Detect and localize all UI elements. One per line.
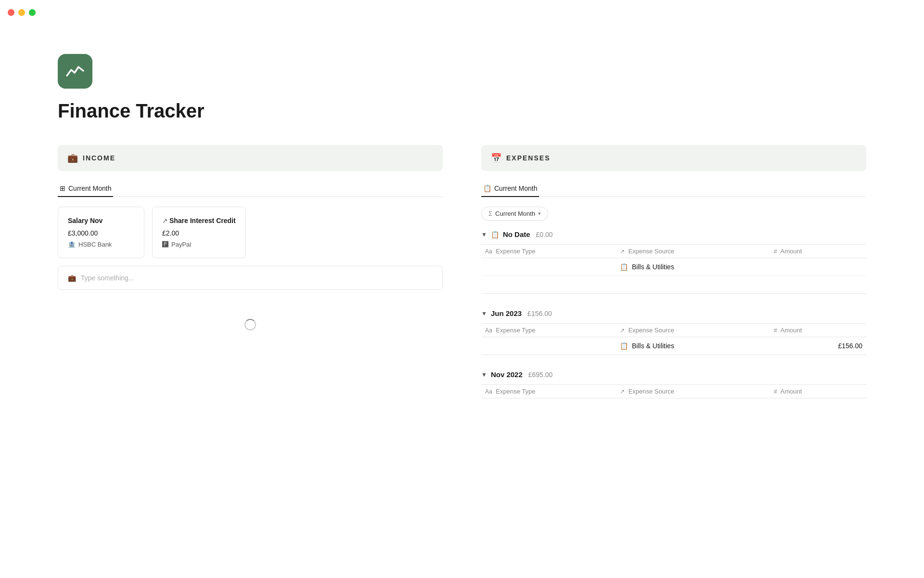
nov2022-source-header: ↗ Expense Source (616, 385, 770, 398)
expenses-section-header: 📅 EXPENSES (481, 145, 866, 171)
page-title: Finance Tracker (58, 100, 866, 122)
two-columns: 💼 INCOME ⊞ Current Month Salary Nov £3,0… (58, 145, 866, 414)
no-date-row1-source: 📋 Bills & Utilities (616, 258, 770, 276)
income-column: 💼 INCOME ⊞ Current Month Salary Nov £3,0… (58, 145, 443, 414)
share-interest-card-source: 🅿 PayPal (162, 241, 236, 248)
type-text-icon-3: Aa (485, 388, 492, 395)
jun2023-table-header-row: Aa Expense Type ↗ Expense Source # Amoun… (481, 324, 866, 337)
no-date-chevron-icon[interactable]: ▼ (481, 231, 487, 238)
nov2022-type-header: Aa Expense Type (481, 385, 616, 398)
close-button[interactable] (8, 9, 14, 16)
table-row: 📋 Bills & Utilities (481, 258, 866, 276)
finance-chart-icon (65, 61, 85, 81)
amount-hash-icon-2: # (774, 327, 777, 334)
no-date-amount-header: # Amount (770, 245, 866, 258)
bank-icon: 🏦 (68, 241, 76, 248)
expenses-tab-current-month[interactable]: 📋 Current Month (481, 181, 539, 197)
jun2023-row1-type (481, 337, 616, 355)
amount-hash-icon-3: # (774, 388, 777, 395)
new-entry-placeholder: Type something... (81, 274, 134, 282)
no-date-amount: £0.00 (536, 231, 553, 238)
main-content: Finance Tracker 💼 INCOME ⊞ Current Month… (0, 25, 924, 443)
nov2022-title: Nov 2022 (491, 370, 523, 379)
nov2022-table-header-row: Aa Expense Type ↗ Expense Source # Amoun… (481, 385, 866, 398)
new-entry-icon: 💼 (68, 274, 76, 282)
income-tab-bar: ⊞ Current Month (58, 181, 443, 197)
maximize-button[interactable] (29, 9, 36, 16)
expense-group-nov2022: ▼ Nov 2022 £695.00 Aa Expense Type ↗ (481, 370, 866, 398)
expenses-tab-icon: 📋 (483, 184, 491, 192)
expenses-filter-pill[interactable]: Σ Current Month ▾ (481, 207, 548, 221)
salary-card-amount: £3,000.00 (68, 229, 134, 237)
new-entry-input[interactable]: 💼 Type something... (58, 266, 443, 290)
nov2022-expense-table: Aa Expense Type ↗ Expense Source # Amoun… (481, 384, 866, 398)
bills-utilities-icon: 📋 (620, 263, 628, 271)
expenses-column: 📅 EXPENSES 📋 Current Month Σ Current Mon… (481, 145, 866, 414)
minimize-button[interactable] (18, 9, 25, 16)
no-date-row1-amount (770, 258, 866, 276)
jun2023-chevron-icon[interactable]: ▼ (481, 310, 487, 317)
income-card-share-interest: ↗ Share Interest Credit £2.00 🅿 PayPal (152, 207, 246, 258)
no-date-calendar-icon: 📋 (491, 231, 499, 238)
expenses-header-icon: 📅 (491, 153, 501, 163)
expense-group-jun2023: ▼ Jun 2023 £156.00 Aa Expense Type ↗ (481, 309, 866, 355)
source-arrow-icon-3: ↗ (620, 388, 625, 395)
income-section-header: 💼 INCOME (58, 145, 443, 171)
expenses-header-title: EXPENSES (506, 154, 550, 162)
income-card-salary: Salary Nov £3,000.00 🏦 HSBC Bank (58, 207, 144, 258)
external-link-icon: ↗ (162, 217, 167, 224)
source-arrow-icon-2: ↗ (620, 327, 625, 334)
bills-utilities-icon-2: 📋 (620, 342, 628, 350)
jun2023-type-header: Aa Expense Type (481, 324, 616, 337)
jun2023-row1-source: 📋 Bills & Utilities (616, 337, 770, 355)
no-date-source-header: ↗ Expense Source (616, 245, 770, 258)
amount-hash-icon: # (774, 248, 777, 255)
table-row-empty (481, 276, 866, 294)
nov2022-amount: £695.00 (528, 371, 553, 379)
expense-group-nov2022-header: ▼ Nov 2022 £695.00 (481, 370, 866, 379)
jun2023-amount: £156.00 (527, 310, 552, 317)
source-arrow-icon: ↗ (620, 248, 625, 255)
expense-group-jun2023-header: ▼ Jun 2023 £156.00 (481, 309, 866, 317)
no-date-title: No Date (503, 230, 530, 238)
jun2023-expense-table: Aa Expense Type ↗ Expense Source # Amoun… (481, 323, 866, 355)
no-date-row1-type (481, 258, 616, 276)
share-interest-card-amount: £2.00 (162, 229, 236, 237)
loading-spinner (244, 319, 256, 330)
jun2023-title: Jun 2023 (491, 309, 522, 317)
table-row: 📋 Bills & Utilities £156.00 (481, 337, 866, 355)
loading-area (58, 319, 443, 330)
income-header-icon: 💼 (67, 153, 78, 163)
type-text-icon: Aa (485, 248, 492, 255)
income-tab-current-month[interactable]: ⊞ Current Month (58, 181, 113, 197)
jun2023-row1-amount: £156.00 (770, 337, 866, 355)
paypal-icon: 🅿 (162, 241, 168, 248)
nov2022-amount-header: # Amount (770, 385, 866, 398)
no-date-type-header: Aa Expense Type (481, 245, 616, 258)
expenses-tab-bar: 📋 Current Month (481, 181, 866, 197)
income-header-title: INCOME (83, 154, 116, 162)
app-icon (58, 54, 92, 89)
tab-grid-icon: ⊞ (60, 184, 65, 192)
no-date-expense-table: Aa Expense Type ↗ Expense Source # Amoun… (481, 244, 866, 294)
nov2022-chevron-icon[interactable]: ▼ (481, 371, 487, 378)
type-text-icon-2: Aa (485, 327, 492, 334)
filter-sigma-icon: Σ (488, 210, 492, 217)
salary-card-title: Salary Nov (68, 217, 134, 224)
no-date-table-header-row: Aa Expense Type ↗ Expense Source # Amoun… (481, 245, 866, 258)
share-interest-card-title: ↗ Share Interest Credit (162, 217, 236, 224)
income-cards: Salary Nov £3,000.00 🏦 HSBC Bank ↗ Share… (58, 207, 443, 258)
expense-group-no-date-header: ▼ 📋 No Date £0.00 (481, 230, 866, 238)
salary-card-source: 🏦 HSBC Bank (68, 241, 134, 248)
titlebar (0, 0, 924, 25)
expense-group-no-date: ▼ 📋 No Date £0.00 Aa Expense Type (481, 230, 866, 294)
jun2023-amount-header: # Amount (770, 324, 866, 337)
jun2023-source-header: ↗ Expense Source (616, 324, 770, 337)
filter-chevron-icon: ▾ (538, 210, 541, 217)
